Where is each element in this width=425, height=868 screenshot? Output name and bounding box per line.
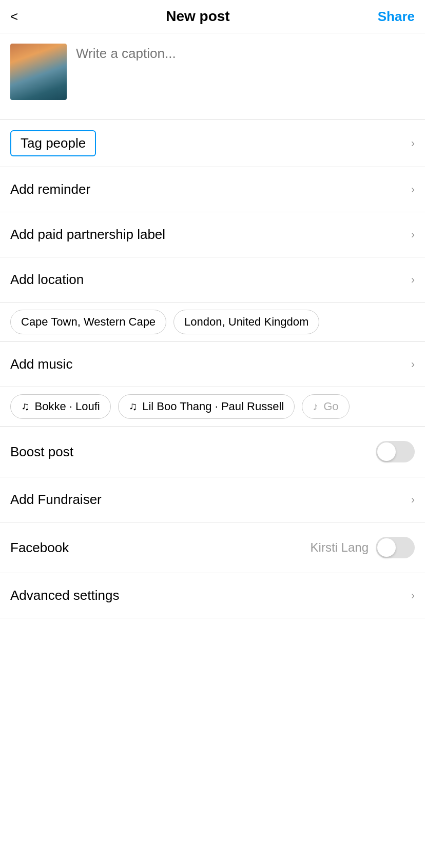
boost-post-toggle-knob bbox=[377, 442, 396, 461]
location-chip-cape-town-label: Cape Town, Western Cape bbox=[21, 315, 156, 329]
location-chips-row: Cape Town, Western Cape London, United K… bbox=[0, 302, 425, 342]
add-paid-partnership-row[interactable]: Add paid partnership label › bbox=[0, 212, 425, 257]
facebook-toggle[interactable] bbox=[376, 537, 415, 558]
caption-input[interactable] bbox=[76, 44, 415, 109]
music-chip-bokke-loufi[interactable]: ♫ Bokke · Loufi bbox=[10, 394, 111, 419]
music-chip-more[interactable]: ♪ Go bbox=[302, 394, 349, 419]
facebook-toggle-knob bbox=[377, 538, 396, 557]
boost-post-toggle[interactable] bbox=[376, 441, 415, 462]
advanced-settings-row[interactable]: Advanced settings › bbox=[0, 573, 425, 618]
tag-people-row[interactable]: Tag people › bbox=[0, 120, 425, 167]
facebook-row: Facebook Kirsti Lang bbox=[0, 522, 425, 573]
music-note-icon-1: ♫ bbox=[21, 400, 30, 413]
add-music-row[interactable]: Add music › bbox=[0, 342, 425, 387]
location-chip-london-label: London, United Kingdom bbox=[184, 315, 308, 329]
music-chip-lil-boo-thang[interactable]: ♫ Lil Boo Thang · Paul Russell bbox=[118, 394, 295, 419]
add-location-chevron-icon: › bbox=[411, 273, 415, 287]
page-title: New post bbox=[166, 8, 229, 25]
tag-people-box: Tag people bbox=[10, 130, 96, 156]
add-paid-partnership-chevron-icon: › bbox=[411, 228, 415, 241]
facebook-label: Facebook bbox=[10, 540, 69, 556]
music-chip-lil-boo-thang-label: Lil Boo Thang · Paul Russell bbox=[142, 400, 284, 413]
advanced-settings-chevron-icon: › bbox=[411, 589, 415, 602]
add-fundraiser-label: Add Fundraiser bbox=[10, 492, 102, 508]
facebook-username: Kirsti Lang bbox=[311, 540, 369, 555]
add-location-label: Add location bbox=[10, 272, 84, 288]
add-location-row[interactable]: Add location › bbox=[0, 257, 425, 302]
add-paid-partnership-label: Add paid partnership label bbox=[10, 227, 165, 243]
add-reminder-label: Add reminder bbox=[10, 181, 90, 197]
facebook-right: Kirsti Lang bbox=[311, 537, 415, 558]
music-note-icon-2: ♫ bbox=[129, 400, 138, 413]
music-chip-bokke-loufi-label: Bokke · Loufi bbox=[35, 400, 100, 413]
tag-people-label: Tag people bbox=[21, 135, 86, 151]
location-chip-london[interactable]: London, United Kingdom bbox=[173, 310, 319, 334]
post-thumbnail bbox=[10, 44, 67, 100]
advanced-settings-label: Advanced settings bbox=[10, 588, 119, 603]
music-chips-row: ♫ Bokke · Loufi ♫ Lil Boo Thang · Paul R… bbox=[0, 387, 425, 427]
location-chip-cape-town[interactable]: Cape Town, Western Cape bbox=[10, 310, 166, 334]
header: < New post Share bbox=[0, 0, 425, 33]
add-reminder-row[interactable]: Add reminder › bbox=[0, 167, 425, 212]
music-chip-more-label: Go bbox=[323, 400, 338, 413]
boost-post-label: Boost post bbox=[10, 444, 73, 460]
music-note-icon-3: ♪ bbox=[313, 400, 318, 413]
share-button[interactable]: Share bbox=[378, 9, 415, 25]
add-reminder-chevron-icon: › bbox=[411, 183, 415, 196]
back-button[interactable]: < bbox=[10, 10, 18, 23]
tag-people-chevron-icon: › bbox=[411, 137, 415, 150]
add-music-label: Add music bbox=[10, 356, 72, 372]
add-fundraiser-chevron-icon: › bbox=[411, 493, 415, 507]
boost-post-row: Boost post bbox=[0, 427, 425, 477]
caption-row bbox=[0, 33, 425, 120]
add-music-chevron-icon: › bbox=[411, 358, 415, 371]
add-fundraiser-row[interactable]: Add Fundraiser › bbox=[0, 477, 425, 522]
